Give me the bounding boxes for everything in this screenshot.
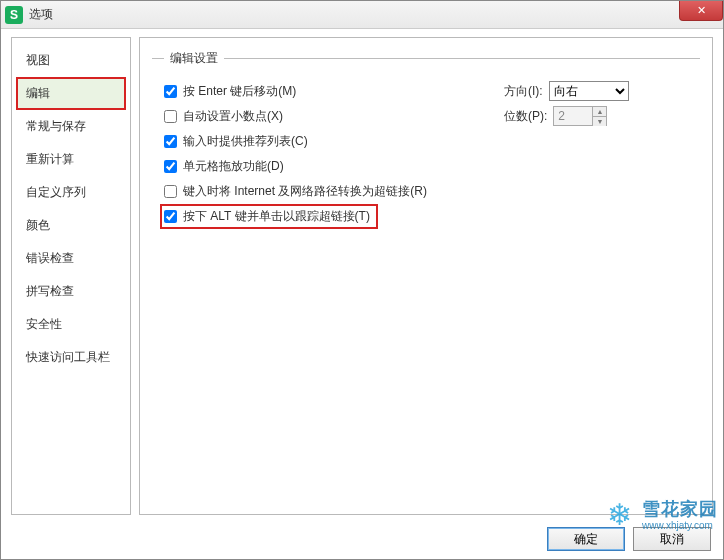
spinner-up-icon[interactable]: ▲ [593,107,606,117]
app-icon: S [5,6,23,24]
checkbox-suggest-list[interactable] [164,135,177,148]
label-places: 位数(P): [504,108,547,125]
sidebar-item-qat[interactable]: 快速访问工具栏 [16,341,126,374]
checkbox-alt-click-hyperlink[interactable] [164,210,177,223]
sidebar-item-custom-lists[interactable]: 自定义序列 [16,176,126,209]
sidebar-item-edit[interactable]: 编辑 [16,77,126,110]
sidebar-item-general-save[interactable]: 常规与保存 [16,110,126,143]
options-dialog: S 选项 ✕ 视图 编辑 常规与保存 重新计算 自定义序列 颜色 错误检查 拼写… [0,0,724,560]
label-auto-decimal: 自动设置小数点(X) [183,108,283,125]
label-alt-click-hyperlink: 按下 ALT 键并单击以跟踪超链接(T) [183,208,370,225]
window-title: 选项 [29,6,53,23]
dialog-footer: 确定 取消 [1,519,723,559]
cancel-button[interactable]: 取消 [633,527,711,551]
titlebar: S 选项 ✕ [1,1,723,29]
label-suggest-list: 输入时提供推荐列表(C) [183,133,308,150]
label-direction: 方向(I): [504,83,543,100]
sidebar-item-spell-check[interactable]: 拼写检查 [16,275,126,308]
label-drag-fill: 单元格拖放功能(D) [183,158,284,175]
spinner-down-icon[interactable]: ▼ [593,117,606,126]
select-direction[interactable]: 向右 [549,81,629,101]
sidebar: 视图 编辑 常规与保存 重新计算 自定义序列 颜色 错误检查 拼写检查 安全性 … [11,37,131,515]
checkbox-auto-hyperlink[interactable] [164,185,177,198]
label-auto-hyperlink: 键入时将 Internet 及网络路径转换为超链接(R) [183,183,427,200]
spinner-places-input[interactable] [554,107,592,125]
ok-button[interactable]: 确定 [547,527,625,551]
edit-settings-group: 编辑设置 按 Enter 键后移动(M) 方向(I): 向右 自动设置小数点(X… [152,50,700,234]
group-legend: 编辑设置 [164,50,224,67]
sidebar-item-error-check[interactable]: 错误检查 [16,242,126,275]
highlight-alt-click: 按下 ALT 键并单击以跟踪超链接(T) [160,204,378,229]
checkbox-drag-fill[interactable] [164,160,177,173]
checkbox-enter-move[interactable] [164,85,177,98]
checkbox-auto-decimal[interactable] [164,110,177,123]
sidebar-item-color[interactable]: 颜色 [16,209,126,242]
spinner-places[interactable]: ▲ ▼ [553,106,607,126]
sidebar-item-view[interactable]: 视图 [16,44,126,77]
label-enter-move: 按 Enter 键后移动(M) [183,83,296,100]
sidebar-item-security[interactable]: 安全性 [16,308,126,341]
content-panel: 编辑设置 按 Enter 键后移动(M) 方向(I): 向右 自动设置小数点(X… [139,37,713,515]
close-button[interactable]: ✕ [679,1,723,21]
sidebar-item-recalc[interactable]: 重新计算 [16,143,126,176]
